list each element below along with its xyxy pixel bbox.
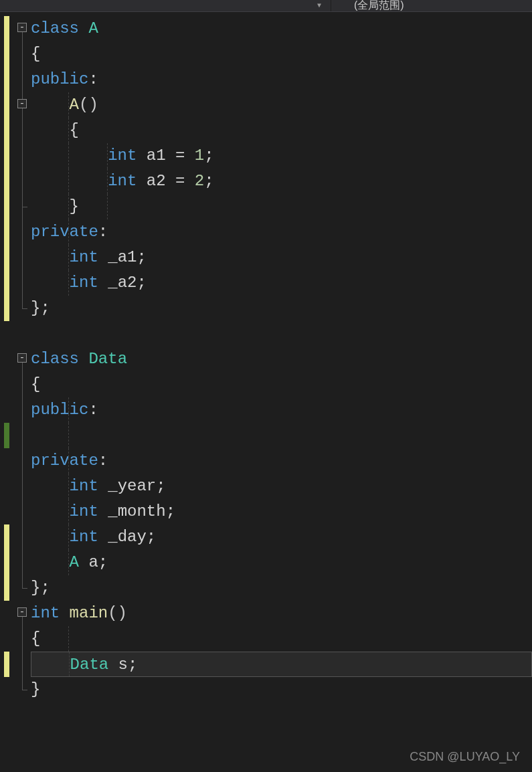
code-editor[interactable]: ---- class A{public: A() { int a1 = 1; i…: [0, 12, 532, 772]
code-line[interactable]: class Data: [31, 347, 532, 372]
scope-label: (全局范围): [354, 0, 404, 13]
fold-toggle-icon[interactable]: -: [17, 23, 27, 32]
fold-end: [22, 308, 27, 309]
change-marker: [4, 524, 9, 601]
code-line[interactable]: int _a1;: [31, 245, 532, 270]
toolbar-left-dropdown[interactable]: ▼: [0, 0, 328, 11]
watermark: CSDN @LUYAO_LY: [410, 750, 520, 764]
code-line[interactable]: {: [31, 626, 532, 652]
code-line[interactable]: [31, 321, 532, 347]
code-line[interactable]: A a;: [31, 550, 532, 575]
toolbar-divider: [331, 0, 331, 11]
change-margin: [0, 12, 16, 772]
fold-toggle-icon[interactable]: -: [17, 353, 27, 363]
code-line[interactable]: {: [31, 372, 532, 397]
editor-gutter: ----: [0, 12, 31, 772]
code-line[interactable]: {: [31, 41, 532, 67]
fold-toggle-icon[interactable]: -: [17, 607, 27, 617]
code-line[interactable]: }: [31, 677, 532, 702]
change-marker: [4, 652, 9, 677]
code-line[interactable]: int main(): [31, 601, 532, 626]
code-line[interactable]: };: [31, 575, 532, 601]
code-line[interactable]: class A: [31, 16, 532, 41]
fold-line: [22, 103, 23, 207]
fold-end: [22, 207, 27, 207]
fold-column: ----: [16, 12, 31, 772]
code-line[interactable]: int _year;: [31, 474, 532, 499]
code-line[interactable]: {: [31, 118, 532, 143]
code-line[interactable]: public:: [31, 67, 532, 92]
code-line[interactable]: private:: [31, 219, 532, 245]
fold-end: [22, 690, 27, 690]
code-line[interactable]: int a1 = 1;: [31, 143, 532, 169]
scope-dropdown[interactable]: (全局范围): [334, 0, 532, 11]
code-line[interactable]: int _a2;: [31, 270, 532, 296]
code-line[interactable]: Data s;: [31, 652, 532, 677]
change-marker: [4, 16, 9, 321]
code-line[interactable]: int _month;: [31, 499, 532, 524]
code-line[interactable]: };: [31, 296, 532, 321]
code-line[interactable]: A(): [31, 92, 532, 118]
code-line[interactable]: int _day;: [31, 524, 532, 550]
code-line[interactable]: int a2 = 2;: [31, 169, 532, 194]
toolbar: ▼ (全局范围): [0, 0, 532, 12]
fold-line: [22, 357, 23, 588]
code-line[interactable]: private:: [31, 448, 532, 474]
change-marker: [4, 423, 9, 448]
code-line[interactable]: [31, 423, 532, 448]
code-area[interactable]: class A{public: A() { int a1 = 1; int a2…: [31, 12, 532, 772]
fold-toggle-icon[interactable]: -: [17, 99, 27, 108]
fold-line: [22, 611, 23, 690]
fold-end: [22, 588, 27, 589]
code-line[interactable]: public:: [31, 397, 532, 423]
chevron-down-icon: ▼: [317, 2, 321, 9]
code-line[interactable]: }: [31, 194, 532, 219]
